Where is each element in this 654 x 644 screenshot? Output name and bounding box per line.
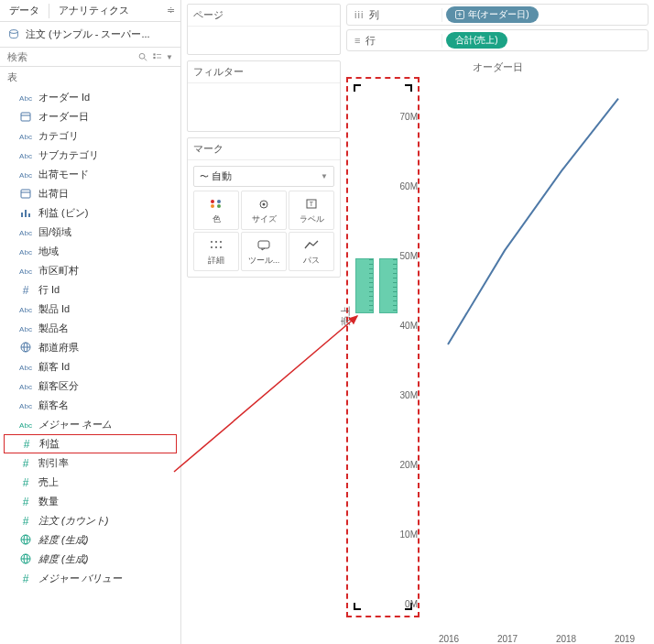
field-item[interactable]: Abc地域 (0, 242, 180, 261)
svg-rect-12 (25, 210, 27, 217)
field-item[interactable]: 出荷日 (0, 184, 180, 203)
rows-pill-label: 合計(売上) (455, 34, 498, 47)
mark-ラベル-button[interactable]: Tラベル (289, 191, 334, 230)
mark-詳細-button[interactable]: 詳細 (193, 232, 239, 271)
field-item[interactable]: Abc顧客区分 (0, 377, 180, 396)
field-item[interactable]: #メジャー バリュー (0, 569, 180, 588)
mark-type-dropdown[interactable]: 〜 自動 ▼ (193, 166, 334, 187)
y-tick-label: 60M (381, 181, 418, 191)
field-item[interactable]: #数量 (0, 492, 180, 511)
mark-ツール...-button[interactable]: ツール... (241, 232, 287, 271)
filters-title: フィルター (188, 61, 340, 83)
field-item[interactable]: Abcカテゴリ (0, 126, 180, 146)
filters-card[interactable]: フィルター (187, 60, 341, 132)
field-item[interactable]: Abc顧客名 (0, 396, 180, 415)
field-item[interactable]: 緯度 (生成) (0, 550, 180, 569)
datasource-row[interactable]: 注文 (サンプル - スーパー... (0, 22, 180, 48)
number-type-icon: # (19, 438, 34, 451)
field-list: Abcオーダー Idオーダー日AbcカテゴリAbcサブカテゴリAbc出荷モード出… (0, 88, 180, 644)
field-item[interactable]: Abcサブカテゴリ (0, 146, 180, 165)
field-item[interactable]: #注文 (カウント) (0, 511, 180, 530)
field-label: 国/領域 (38, 225, 71, 239)
Abc-type-icon: Abc (18, 382, 33, 391)
columns-pill-label: 年(オーダー日) (468, 8, 529, 21)
field-label: 割引率 (38, 456, 69, 470)
y-tick-label: 40M (381, 321, 418, 331)
svg-rect-11 (21, 213, 23, 217)
field-item[interactable]: Abc出荷モード (0, 165, 180, 184)
x-tick-label: 2018 (556, 634, 576, 644)
Abc-type-icon: Abc (18, 93, 33, 103)
svg-point-23 (211, 200, 214, 203)
rows-pill[interactable]: 合計(売上) (446, 32, 507, 49)
Abc-type-icon: Abc (18, 132, 33, 141)
field-item[interactable]: オーダー日 (0, 107, 180, 126)
svg-point-32 (215, 241, 217, 243)
columns-label: 列 (369, 8, 379, 22)
field-item[interactable]: #売上 (0, 473, 180, 492)
svg-rect-3 (153, 53, 155, 55)
Abc-type-icon: Abc (18, 305, 33, 314)
mark-cell-icon (244, 236, 284, 253)
field-item[interactable]: 利益 (ビン) (0, 203, 180, 223)
field-label: 出荷日 (38, 187, 69, 201)
cards-column: ページ フィルター マーク 〜 自動 ▼ 色サイズTラベル詳細ツール...パス (181, 0, 346, 644)
svg-text:T: T (310, 201, 314, 207)
pane-handle-icon[interactable]: ≑ (161, 5, 180, 16)
field-label: 製品 Id (38, 302, 70, 316)
field-item[interactable]: 経度 (生成) (0, 530, 180, 550)
field-item[interactable]: Abcオーダー Id (0, 88, 180, 107)
chart-title: オーダー日 (346, 57, 649, 78)
field-item[interactable]: Abc製品 Id (0, 300, 180, 319)
y-tick-label: 20M (381, 460, 418, 470)
y-tick-label: 0M (381, 599, 418, 609)
field-item[interactable]: Abcメジャー ネーム (0, 415, 180, 434)
x-tick-label: 2016 (439, 634, 459, 644)
columns-pill[interactable]: + 年(オーダー日) (446, 6, 539, 23)
ruler-drag-icon[interactable] (355, 258, 374, 313)
globe-type-icon (18, 553, 33, 566)
field-item[interactable]: #利益 (4, 434, 177, 453)
svg-line-2 (144, 58, 147, 60)
mark-cell-icon (244, 195, 284, 212)
field-item[interactable]: 都道府県 (0, 338, 180, 357)
field-label: 市区町村 (38, 264, 79, 278)
y-axis-label: 売上 (339, 306, 353, 326)
y-tick-label: 70M (381, 112, 418, 122)
field-label: メジャー ネーム (38, 418, 112, 431)
date-type-icon (18, 188, 33, 201)
line-chart (420, 77, 647, 619)
x-tick-label: 2017 (497, 634, 518, 644)
search-input[interactable] (7, 51, 134, 62)
tab-analytics[interactable]: アナリティクス (49, 0, 138, 21)
mark-色-button[interactable]: 色 (193, 191, 239, 230)
svg-point-1 (139, 53, 145, 59)
search-icon[interactable] (137, 51, 148, 62)
rows-shelf[interactable]: ≡ 行 合計(売上) (346, 29, 649, 51)
plus-icon: + (455, 10, 464, 19)
pages-card[interactable]: ページ (187, 4, 341, 55)
field-item[interactable]: #割引率 (0, 453, 180, 473)
Abc-type-icon: Abc (18, 420, 33, 430)
field-item[interactable]: #行 Id (0, 280, 180, 300)
field-item[interactable]: Abc国/領域 (0, 223, 180, 242)
columns-shelf[interactable]: iii 列 + 年(オーダー日) (346, 4, 649, 26)
tab-data[interactable]: データ (0, 0, 49, 21)
mark-パス-button[interactable]: パス (289, 232, 334, 271)
svg-point-31 (211, 241, 213, 243)
line-mark-icon: 〜 (200, 171, 209, 181)
view-options-icon[interactable] (152, 51, 163, 62)
mark-サイズ-button[interactable]: サイズ (241, 191, 287, 230)
dropdown-caret-icon[interactable]: ▼ (166, 53, 173, 61)
rows-icon: ≡ (354, 35, 360, 46)
svg-rect-9 (21, 190, 30, 198)
x-tick-label: 2019 (615, 634, 635, 644)
crop-corner-icon (354, 603, 361, 610)
field-item[interactable]: Abc顧客 Id (0, 357, 180, 377)
svg-point-35 (215, 246, 217, 248)
field-item[interactable]: Abc市区町村 (0, 261, 180, 280)
search-row: ▼ (0, 48, 180, 67)
field-label: 注文 (カウント) (38, 514, 108, 528)
mark-cell-label: ツール... (244, 255, 284, 267)
field-item[interactable]: Abc製品名 (0, 319, 180, 338)
